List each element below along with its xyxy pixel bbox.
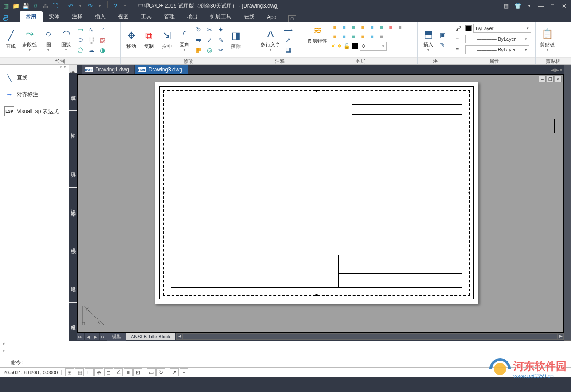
dim-icon[interactable]: ⟷ xyxy=(284,26,293,35)
freeze-icon[interactable]: ❄ xyxy=(337,43,342,49)
l13-icon[interactable]: ≡ xyxy=(368,32,376,40)
undo-icon[interactable]: ↶ xyxy=(66,1,75,10)
l14-icon[interactable]: ≡ xyxy=(377,32,385,40)
minimize-icon[interactable]: — xyxy=(536,1,546,10)
left-line-item[interactable]: ╲直线 xyxy=(0,69,69,86)
save-icon[interactable]: 💾 xyxy=(21,1,30,10)
lt-prev-icon[interactable]: ◀ xyxy=(85,333,92,340)
lock-icon[interactable]: 🔓 xyxy=(344,43,350,49)
match-icon[interactable]: 🖌 xyxy=(456,25,464,31)
tg-model[interactable]: 建模 xyxy=(69,264,77,302)
lweight-select[interactable]: ———— ByLayer▾ xyxy=(465,45,529,54)
region-icon[interactable]: ◑ xyxy=(98,46,107,55)
mdi-close-icon[interactable]: ✕ xyxy=(555,76,562,82)
ellipse-icon[interactable]: ⬭ xyxy=(76,35,85,44)
l11-icon[interactable]: ≡ xyxy=(349,32,357,40)
hatch-icon[interactable]: ▨ xyxy=(98,35,107,44)
mdi-min-icon[interactable]: – xyxy=(539,76,546,82)
tab-view[interactable]: 视图 xyxy=(112,11,135,22)
tg-arch[interactable]: 建筑 xyxy=(69,73,77,110)
print-icon[interactable]: 🖶 xyxy=(41,1,50,10)
bulb-icon[interactable]: ☀ xyxy=(331,43,336,49)
tg-hatch[interactable]: 填充图案 xyxy=(69,188,77,225)
l7-icon[interactable]: ≡ xyxy=(387,24,395,31)
tab-ext[interactable]: 扩展工具 xyxy=(204,11,238,22)
cycle-icon[interactable]: ↻ xyxy=(156,368,165,376)
menu-icon[interactable]: ▾ xyxy=(180,368,188,376)
left-dim-item[interactable]: ↔对齐标注 xyxy=(0,86,69,103)
mirror-icon[interactable]: ⇋ xyxy=(194,35,203,44)
l10-icon[interactable]: ≡ xyxy=(340,32,348,40)
tg-modify[interactable]: 修改 xyxy=(69,303,77,341)
help-icon[interactable]: ? xyxy=(111,1,120,10)
hscroll-right-icon[interactable]: ▶ xyxy=(558,333,564,340)
rotate-icon[interactable]: ↻ xyxy=(194,25,203,34)
tab-output[interactable]: 输出 xyxy=(181,11,204,22)
otrack-icon[interactable]: ∠ xyxy=(114,368,123,376)
ribbon-collapse-icon[interactable]: ▢ xyxy=(288,15,296,22)
lw-icon[interactable]: ≡ xyxy=(456,47,464,53)
doctab-1[interactable]: DWGDrawing1.dwg xyxy=(82,65,134,74)
tab-annotate[interactable]: 注释 xyxy=(66,11,89,22)
undo-drop-icon[interactable]: ▾ xyxy=(76,1,85,10)
layer-select[interactable]: 0▾ xyxy=(360,42,387,51)
snap-icon[interactable]: ⊞ xyxy=(65,368,74,376)
grid-icon[interactable]: ▦ xyxy=(75,368,84,376)
tab-home[interactable]: 常用 xyxy=(20,11,43,22)
command-history[interactable] xyxy=(8,341,571,357)
l5-icon[interactable]: ≡ xyxy=(368,24,376,31)
l3-icon[interactable]: ≡ xyxy=(349,24,357,31)
copy-button[interactable]: ⧉复制 xyxy=(141,29,157,51)
maxview-icon[interactable]: ↗ xyxy=(170,368,179,376)
workspace-icon[interactable]: ▦ xyxy=(501,1,512,10)
help-drop-icon[interactable]: ▾ xyxy=(121,1,129,10)
tabnav-left-icon[interactable]: ◀ xyxy=(551,67,555,72)
hscrollbar[interactable] xyxy=(183,333,558,340)
l2-icon[interactable]: ≡ xyxy=(340,24,348,31)
ltype-select[interactable]: ———— ByLayer▾ xyxy=(465,35,529,43)
viewport[interactable]: – ❐ ✕ YX xyxy=(77,74,564,333)
open-icon[interactable]: 📁 xyxy=(12,1,20,10)
scale-icon[interactable]: ⤢ xyxy=(205,35,214,44)
explode-icon[interactable]: ✦ xyxy=(216,25,225,34)
l6-icon[interactable]: ≡ xyxy=(377,24,385,31)
xline-icon[interactable]: ⟋ xyxy=(98,25,107,34)
list-icon[interactable]: ≡ xyxy=(456,36,464,42)
tool-palette-header[interactable]: 命令工具 xyxy=(69,65,77,72)
tabnav-right-icon[interactable]: ▶ xyxy=(555,67,559,72)
tab-solid[interactable]: 实体 xyxy=(43,11,66,22)
l12-icon[interactable]: ≡ xyxy=(359,32,367,40)
break-icon[interactable]: ✂ xyxy=(216,46,225,55)
move-button[interactable]: ✥移动 xyxy=(123,29,139,51)
tg-elec[interactable]: 电力 xyxy=(69,149,77,187)
tg-draw[interactable]: 绘图 xyxy=(69,111,77,149)
mtext-button[interactable]: A多行文字▾ xyxy=(259,27,282,53)
saveall-icon[interactable]: ⎙ xyxy=(31,1,40,10)
revcloud-icon[interactable]: ☁ xyxy=(87,46,96,55)
close-icon[interactable]: ✕ xyxy=(559,1,569,10)
arc-button[interactable]: ◠圆弧▾ xyxy=(58,27,74,53)
theme-drop-icon[interactable]: ▾ xyxy=(524,1,535,10)
maximize-icon[interactable]: □ xyxy=(547,1,558,10)
command-prompt[interactable]: 命令: xyxy=(8,357,571,367)
tg-mech[interactable]: 机械 xyxy=(69,226,77,264)
spline-icon[interactable]: ∿ xyxy=(87,25,96,34)
tab-manage[interactable]: 管理 xyxy=(158,11,181,22)
edit-block-icon[interactable]: ✎ xyxy=(438,40,447,49)
redo-icon[interactable]: ↷ xyxy=(86,1,94,10)
doctab-2[interactable]: DWGDrawing3.dwg xyxy=(135,65,188,74)
layerprops-button[interactable]: ≋图层特性 xyxy=(306,24,329,45)
mdi-restore-icon[interactable]: ❐ xyxy=(547,76,554,82)
app-logo-icon[interactable]: г xyxy=(3,10,9,24)
ortho-icon[interactable]: ∟ xyxy=(85,368,94,376)
left-lisp-item[interactable]: LSPVisualLisp 表达式 xyxy=(0,103,69,120)
offset-icon[interactable]: ◎ xyxy=(205,46,214,55)
theme-icon[interactable]: 👕 xyxy=(512,1,523,10)
plot-icon[interactable]: ⛶ xyxy=(51,1,59,10)
redo-drop-icon[interactable]: ▾ xyxy=(95,1,104,10)
point-icon[interactable]: ░ xyxy=(87,35,96,44)
line-button[interactable]: ╱直线 xyxy=(3,29,19,51)
trim-icon[interactable]: ✂ xyxy=(205,25,214,34)
table-icon[interactable]: ▦ xyxy=(284,45,293,54)
tab-app[interactable]: App+ xyxy=(261,12,286,22)
